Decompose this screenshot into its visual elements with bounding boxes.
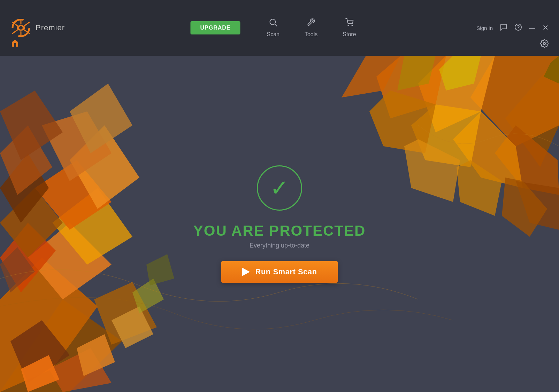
status-line2: Everything up-to-date (193, 242, 366, 249)
nav-scan-label: Scan (267, 31, 279, 38)
app-name: Premier (36, 23, 65, 32)
run-scan-label: Run Smart Scan (255, 267, 317, 276)
svg-point-11 (348, 25, 349, 26)
tools-icon (307, 18, 315, 29)
checkmark-icon: ✓ (270, 177, 289, 199)
message-icon[interactable] (500, 23, 507, 33)
nav-item-tools[interactable]: Tools (292, 11, 330, 45)
center-nav: UPGRADE Scan Tools (190, 0, 368, 56)
help-icon[interactable] (514, 23, 522, 33)
run-smart-scan-button[interactable]: Run Smart Scan (221, 261, 338, 283)
svg-point-12 (352, 25, 352, 26)
center-content: ✓ YOU ARE PROTECTED Everything up-to-dat… (0, 56, 559, 392)
status-highlight: PROTECTED (269, 222, 366, 239)
svg-line-4 (13, 30, 17, 33)
nav-item-scan[interactable]: Scan (254, 11, 292, 45)
settings-button[interactable] (540, 39, 549, 49)
right-controls: Sign In — ✕ (476, 23, 549, 33)
avast-logo-icon (10, 19, 31, 37)
svg-line-5 (24, 22, 29, 26)
play-icon (242, 268, 250, 276)
nav-tools-label: Tools (305, 31, 317, 38)
logo-area: Premier (10, 19, 65, 37)
close-icon[interactable]: ✕ (542, 23, 549, 32)
main-content: ✓ YOU ARE PROTECTED Everything up-to-dat… (0, 56, 559, 392)
titlebar: Premier UPGRADE Scan Too (0, 0, 559, 56)
nav-store-label: Store (343, 31, 356, 38)
status-prefix: YOU ARE (193, 222, 269, 239)
nav-items: Scan Tools Store (254, 11, 368, 45)
store-icon (345, 18, 353, 29)
svg-point-2 (19, 26, 23, 30)
svg-point-9 (270, 19, 276, 25)
svg-line-10 (275, 24, 277, 26)
upgrade-button[interactable]: UPGRADE (190, 21, 240, 34)
svg-point-15 (543, 42, 545, 45)
nav-item-store[interactable]: Store (330, 11, 368, 45)
status-text: YOU ARE PROTECTED Everything up-to-date (193, 222, 366, 249)
status-line1: YOU ARE PROTECTED (193, 222, 366, 239)
minimize-icon[interactable]: — (529, 24, 535, 32)
scan-icon (269, 18, 277, 29)
sign-in-link[interactable]: Sign In (476, 25, 493, 31)
home-button[interactable] (10, 39, 20, 49)
protection-status-icon: ✓ (257, 165, 302, 211)
